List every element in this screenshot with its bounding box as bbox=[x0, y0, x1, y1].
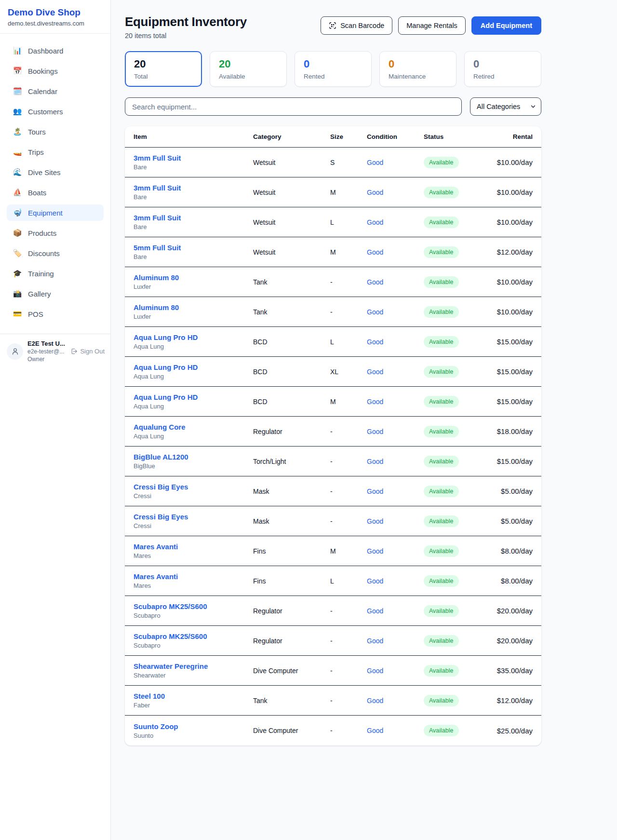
sidebar-item-bookings[interactable]: 📅 Bookings bbox=[7, 63, 104, 79]
item-category: Wetsuit bbox=[253, 248, 330, 256]
item-rental: $5.00/day bbox=[487, 487, 533, 495]
user-icon bbox=[11, 347, 19, 355]
condition-link[interactable]: Good bbox=[367, 338, 383, 346]
stat-label: Available bbox=[219, 73, 278, 80]
condition-link[interactable]: Good bbox=[367, 278, 383, 286]
item-link[interactable]: Aluminum 80 bbox=[134, 303, 179, 312]
item-link[interactable]: Mares Avanti bbox=[134, 572, 178, 581]
stat-card-maintenance[interactable]: 0 Maintenance bbox=[379, 51, 456, 87]
sidebar-item-dive-sites[interactable]: 🌊 Dive Sites bbox=[7, 164, 104, 180]
sidebar-item-pos[interactable]: 💳 POS bbox=[7, 306, 104, 322]
condition-link[interactable]: Good bbox=[367, 667, 383, 675]
sidebar-item-equipment[interactable]: 🤿 Equipment bbox=[7, 204, 104, 221]
sidebar-item-customers[interactable]: 👥 Customers bbox=[7, 103, 104, 120]
status-cell: Available bbox=[424, 605, 487, 617]
stat-card-retired[interactable]: 0 Retired bbox=[464, 51, 541, 87]
item-rental: $12.00/day bbox=[487, 248, 533, 256]
condition-link[interactable]: Good bbox=[367, 458, 383, 465]
item-link[interactable]: Shearwater Peregrine bbox=[134, 662, 208, 670]
item-size: M bbox=[330, 398, 367, 406]
search-input[interactable] bbox=[125, 97, 462, 116]
sidebar-item-boats[interactable]: ⛵ Boats bbox=[7, 184, 104, 201]
item-brand: BigBlue bbox=[134, 462, 253, 470]
condition-link[interactable]: Good bbox=[367, 189, 383, 196]
stat-value: 0 bbox=[473, 58, 532, 70]
item-brand: Cressi bbox=[134, 492, 253, 500]
dive-sites-label: Dive Sites bbox=[28, 168, 61, 176]
scan-barcode-button[interactable]: Scan Barcode bbox=[321, 16, 392, 35]
item-link[interactable]: Steel 100 bbox=[134, 692, 165, 700]
manage-rentals-label: Manage Rentals bbox=[406, 22, 457, 29]
item-link[interactable]: Aluminum 80 bbox=[134, 273, 179, 282]
condition-link[interactable]: Good bbox=[367, 488, 383, 495]
sidebar-item-products[interactable]: 📦 Products bbox=[7, 225, 104, 241]
item-size: - bbox=[330, 637, 367, 645]
item-brand: Bare bbox=[134, 223, 253, 230]
condition-link[interactable]: Good bbox=[367, 248, 383, 256]
item-link[interactable]: Scubapro MK25/S600 bbox=[134, 602, 207, 610]
item-link[interactable]: Aqua Lung Pro HD bbox=[134, 393, 198, 401]
item-link[interactable]: 5mm Full Suit bbox=[134, 244, 181, 252]
item-link[interactable]: Aqua Lung Pro HD bbox=[134, 333, 198, 341]
sidebar-item-gallery[interactable]: 📸 Gallery bbox=[7, 285, 104, 302]
condition-link[interactable]: Good bbox=[367, 218, 383, 226]
category-select[interactable]: All Categories bbox=[470, 97, 541, 116]
sidebar-item-dashboard[interactable]: 📊 Dashboard bbox=[7, 42, 104, 59]
status-badge: Available bbox=[424, 665, 459, 677]
item-link[interactable]: Mares Avanti bbox=[134, 542, 178, 551]
item-link[interactable]: Aqua Lung Pro HD bbox=[134, 363, 198, 371]
calendar-label: Calendar bbox=[28, 87, 57, 95]
condition-link[interactable]: Good bbox=[367, 697, 383, 705]
condition-link[interactable]: Good bbox=[367, 428, 383, 435]
sidebar-item-trips[interactable]: 🚤 Trips bbox=[7, 144, 104, 160]
stat-label: Total bbox=[134, 73, 193, 80]
table-row: Cressi Big Eyes Cressi Mask - Good Avail… bbox=[125, 506, 541, 536]
gallery-label: Gallery bbox=[28, 290, 51, 298]
stat-card-available[interactable]: 20 Available bbox=[210, 51, 287, 87]
scan-barcode-label: Scan Barcode bbox=[340, 22, 384, 29]
status-cell: Available bbox=[424, 635, 487, 647]
condition-cell: Good bbox=[367, 428, 424, 435]
sidebar-item-discounts[interactable]: 🏷️ Discounts bbox=[7, 245, 104, 261]
condition-link[interactable]: Good bbox=[367, 607, 383, 615]
condition-link[interactable]: Good bbox=[367, 727, 383, 734]
condition-link[interactable]: Good bbox=[367, 368, 383, 376]
condition-link[interactable]: Good bbox=[367, 159, 383, 166]
items-total: 20 items total bbox=[125, 32, 247, 40]
condition-link[interactable]: Good bbox=[367, 577, 383, 585]
stat-card-total[interactable]: 20 Total bbox=[125, 51, 202, 87]
item-link[interactable]: Scubapro MK25/S600 bbox=[134, 632, 207, 640]
condition-link[interactable]: Good bbox=[367, 398, 383, 406]
table-row: Aqualung Core Aqua Lung Regulator - Good… bbox=[125, 417, 541, 447]
item-link[interactable]: Aqualung Core bbox=[134, 423, 186, 431]
item-link[interactable]: Cressi Big Eyes bbox=[134, 483, 188, 491]
status-cell: Available bbox=[424, 515, 487, 527]
condition-link[interactable]: Good bbox=[367, 517, 383, 525]
item-link[interactable]: 3mm Full Suit bbox=[134, 154, 181, 162]
item-rental: $8.00/day bbox=[487, 577, 533, 585]
manage-rentals-button[interactable]: Manage Rentals bbox=[398, 16, 466, 35]
condition-cell: Good bbox=[367, 218, 424, 226]
item-rental: $10.00/day bbox=[487, 278, 533, 286]
training-icon: 🎓 bbox=[13, 269, 22, 278]
condition-link[interactable]: Good bbox=[367, 547, 383, 555]
brand-title[interactable]: Demo Dive Shop bbox=[8, 7, 103, 18]
sidebar-item-tours[interactable]: 🏝️ Tours bbox=[7, 123, 104, 140]
sidebar-item-training[interactable]: 🎓 Training bbox=[7, 265, 104, 282]
add-equipment-button[interactable]: Add Equipment bbox=[471, 16, 541, 35]
item-category: Fins bbox=[253, 547, 330, 555]
sign-out-icon bbox=[70, 348, 78, 355]
sidebar-item-calendar[interactable]: 🗓️ Calendar bbox=[7, 83, 104, 99]
equipment-label: Equipment bbox=[28, 209, 63, 217]
calendar-icon: 🗓️ bbox=[13, 87, 22, 95]
condition-link[interactable]: Good bbox=[367, 637, 383, 645]
item-link[interactable]: BigBlue AL1200 bbox=[134, 453, 188, 461]
item-link[interactable]: Cressi Big Eyes bbox=[134, 513, 188, 521]
item-link[interactable]: Suunto Zoop bbox=[134, 722, 178, 731]
item-cell: Suunto Zoop Suunto bbox=[134, 722, 253, 739]
condition-link[interactable]: Good bbox=[367, 308, 383, 316]
item-link[interactable]: 3mm Full Suit bbox=[134, 184, 181, 192]
stat-card-rented[interactable]: 0 Rented bbox=[295, 51, 372, 87]
item-link[interactable]: 3mm Full Suit bbox=[134, 214, 181, 222]
sign-out-button[interactable]: Sign Out bbox=[70, 348, 105, 355]
